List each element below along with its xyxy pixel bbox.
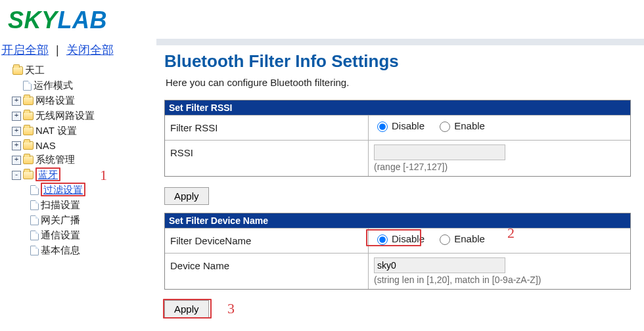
- open-all-link[interactable]: 开启全部: [1, 43, 49, 56]
- devname-filter-label: Filter DeviceName: [165, 229, 369, 253]
- folder-icon: [23, 156, 34, 164]
- apply-devname-button[interactable]: Apply: [164, 300, 209, 318]
- devname-enable-option[interactable]: Enable: [436, 232, 485, 245]
- tree-root[interactable]: 天工: [0, 63, 147, 78]
- devname-hint: (string len in [1,20], match in [0-9a-zA…: [374, 275, 625, 285]
- tree-item-label: 网络设置: [35, 95, 75, 107]
- radio-label: Disable: [392, 233, 425, 244]
- tree-item-wireless[interactable]: + 无线网路设置: [0, 108, 147, 123]
- section-filter-rssi: Set Filter RSSI Filter RSSI Disable Enab…: [164, 100, 631, 177]
- tree-item-bt-gateway[interactable]: 网关广播: [0, 213, 147, 228]
- tree-item-label[interactable]: 蓝牙: [35, 167, 60, 181]
- tree-item-bt-info[interactable]: 基本信息: [0, 243, 147, 258]
- page-icon: [30, 200, 39, 210]
- folder-icon: [23, 112, 34, 120]
- devname-disable-option[interactable]: Disable: [374, 232, 425, 245]
- folder-open-icon: [23, 171, 34, 179]
- section-header: Set Filter Device Name: [165, 213, 630, 228]
- page-title: Bluetooth Filter Info Settings: [164, 51, 639, 72]
- main-panel: Bluetooth Filter Info Settings Here you …: [151, 38, 644, 331]
- rssi-enable-option[interactable]: Enable: [436, 120, 485, 132]
- tree-item-label: 运作模式: [34, 79, 73, 92]
- tree-item-bluetooth[interactable]: - 蓝牙: [0, 167, 147, 183]
- radio-label: Enable: [454, 120, 485, 131]
- tree-expand-icon[interactable]: +: [12, 156, 21, 165]
- sidebar-expand-controls: 开启全部 | 关闭全部: [0, 38, 147, 63]
- rssi-disable-radio[interactable]: [377, 121, 388, 132]
- rssi-hint: (range [-127,127]): [374, 162, 625, 172]
- tree-expand-icon[interactable]: +: [12, 127, 21, 136]
- tree-item-label: 系统管理: [35, 154, 75, 166]
- tree-item-label: NAS: [35, 140, 56, 151]
- folder-icon: [12, 66, 23, 75]
- page-description: Here you can configure Bluetooth filteri…: [166, 77, 639, 88]
- rssi-enable-radio[interactable]: [440, 121, 450, 132]
- devname-input[interactable]: [374, 257, 505, 273]
- tree-expand-icon[interactable]: +: [12, 97, 21, 106]
- brand-logo: SKYLAB: [0, 0, 644, 38]
- devname-disable-radio[interactable]: [377, 234, 388, 245]
- tree-collapse-icon[interactable]: -: [12, 171, 21, 180]
- annotation-2: 2: [507, 225, 515, 242]
- tree-item-bt-filter[interactable]: 过滤设置: [0, 183, 147, 198]
- tree-item-label[interactable]: 过滤设置: [41, 183, 85, 196]
- tree-item-bt-comm[interactable]: 通信设置: [0, 228, 147, 243]
- link-separator: |: [56, 43, 59, 56]
- tree-item-nat[interactable]: + NAT 设置: [0, 123, 147, 139]
- section-header: Set Filter RSSI: [165, 100, 630, 115]
- tree-item-nas[interactable]: + NAS: [0, 139, 147, 152]
- close-all-link[interactable]: 关闭全部: [66, 43, 114, 56]
- devname-enable-radio[interactable]: [440, 234, 450, 245]
- rssi-value-label: RSSI: [165, 141, 369, 176]
- tree-item-label: 无线网路设置: [35, 110, 95, 122]
- page-icon: [30, 185, 39, 195]
- tree-expand-icon[interactable]: +: [12, 141, 21, 150]
- page-icon: [23, 81, 32, 91]
- tree-expand-icon[interactable]: +: [12, 112, 21, 121]
- annotation-1: 1: [100, 167, 107, 184]
- folder-icon: [23, 97, 34, 105]
- rssi-input[interactable]: [374, 144, 505, 160]
- folder-icon: [23, 141, 34, 150]
- page-icon: [30, 231, 39, 240]
- tree-item-label: NAT 设置: [35, 125, 77, 137]
- tree-root-label: 天工: [25, 64, 45, 77]
- tree-item-mode[interactable]: 运作模式: [0, 78, 147, 93]
- devname-value-label: Device Name: [165, 254, 369, 289]
- tree-item-label: 扫描设置: [41, 199, 80, 211]
- sidebar: 开启全部 | 关闭全部 天工 运作模式 + 网络设置: [0, 38, 151, 258]
- page-icon: [30, 215, 39, 225]
- page-icon: [30, 246, 39, 255]
- tree-item-label: 通信设置: [41, 229, 80, 242]
- radio-label: Enable: [454, 233, 485, 244]
- rssi-disable-option[interactable]: Disable: [374, 120, 425, 132]
- tree-item-label: 基本信息: [41, 244, 80, 257]
- tree-item-sysmgmt[interactable]: + 系统管理: [0, 152, 147, 167]
- section-filter-devname: Set Filter Device Name Filter DeviceName…: [164, 213, 631, 290]
- folder-icon: [23, 127, 34, 135]
- annotation-3: 3: [227, 300, 235, 317]
- tree-item-network[interactable]: + 网络设置: [0, 93, 147, 108]
- tree-item-bt-scan[interactable]: 扫描设置: [0, 198, 147, 213]
- nav-tree: 天工 运作模式 + 网络设置 + 无线网路设置: [0, 63, 147, 258]
- tree-item-label: 网关广播: [41, 214, 80, 227]
- radio-label: Disable: [392, 120, 425, 131]
- apply-rssi-button[interactable]: Apply: [164, 187, 209, 205]
- rssi-filter-label: Filter RSSI: [165, 116, 369, 140]
